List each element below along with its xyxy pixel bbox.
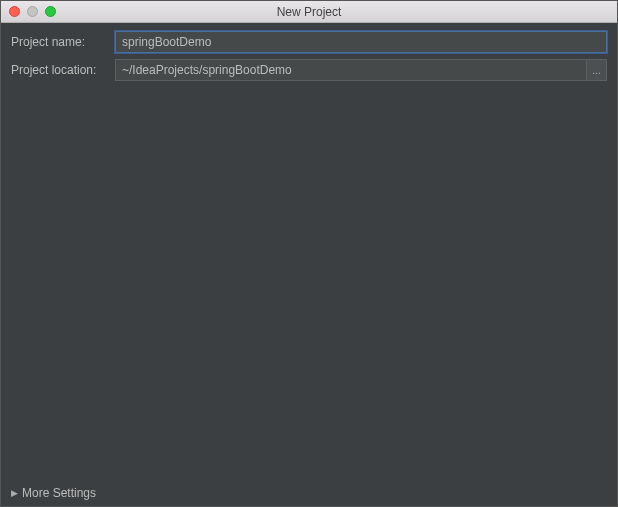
new-project-dialog: New Project Project name: Project locati…	[0, 0, 618, 507]
close-window-button[interactable]	[9, 6, 20, 17]
chevron-right-icon: ▶	[11, 488, 18, 498]
maximize-window-button[interactable]	[45, 6, 56, 17]
project-location-input[interactable]	[115, 59, 587, 81]
browse-location-button[interactable]: ...	[587, 59, 607, 81]
project-name-input[interactable]	[115, 31, 607, 53]
more-settings-label: More Settings	[22, 486, 96, 500]
titlebar[interactable]: New Project	[1, 1, 617, 23]
project-name-row: Project name:	[11, 31, 607, 53]
window-title: New Project	[1, 5, 617, 19]
dialog-footer: ▶ More Settings	[11, 482, 607, 500]
project-location-row: Project location: ...	[11, 59, 607, 81]
project-name-label: Project name:	[11, 35, 115, 49]
ellipsis-icon: ...	[592, 65, 600, 76]
dialog-content: Project name: Project location: ... ▶ Mo…	[1, 23, 617, 506]
more-settings-toggle[interactable]: ▶ More Settings	[11, 486, 96, 500]
minimize-window-button[interactable]	[27, 6, 38, 17]
project-location-label: Project location:	[11, 63, 115, 77]
window-controls	[1, 6, 56, 17]
content-spacer	[11, 87, 607, 482]
